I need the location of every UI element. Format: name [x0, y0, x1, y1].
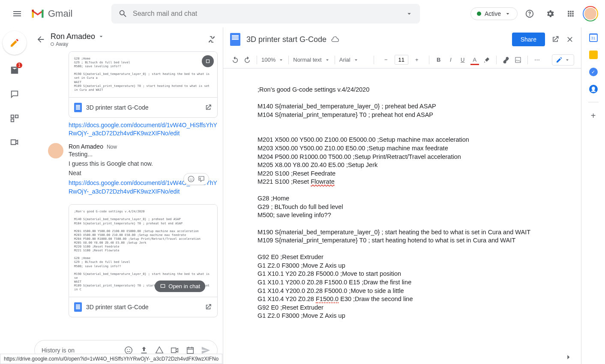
editing-mode-selector[interactable]	[552, 54, 574, 66]
doc-line[interactable]: ;Ron's good G-code settings v.4/24/2020	[258, 86, 581, 94]
search-icon	[118, 9, 128, 18]
doc-line[interactable]: G1 X10.4 Y20 Z0.28 F1500.0 E30 ;Draw the…	[258, 295, 581, 304]
collapse-button[interactable]	[207, 35, 216, 44]
italic-button[interactable]: I	[446, 55, 456, 65]
doc-line[interactable]: G1 X10.1 Y200.0 Z0.28 F1500.0 E15 ;Draw …	[258, 278, 581, 287]
settings-button[interactable]	[542, 5, 559, 22]
open-external-icon[interactable]	[204, 104, 212, 111]
compose-button[interactable]	[3, 31, 27, 55]
zoom-selector[interactable]: 100%	[261, 57, 284, 63]
message-link[interactable]: https://docs.google.com/document/d/1vW4O…	[69, 121, 218, 138]
message-actions[interactable]	[183, 173, 209, 185]
text-color-button[interactable]: A	[470, 55, 480, 65]
doc-line[interactable]	[258, 94, 581, 103]
meet-tab[interactable]	[6, 134, 23, 151]
doc-line[interactable]: G1 X10.4 Y200.0 Z0.28 F5000.0 ;Move to s…	[258, 287, 581, 295]
tasks-addon[interactable]	[589, 68, 598, 76]
search-input[interactable]	[133, 10, 405, 18]
cloud-saved-icon[interactable]	[331, 35, 339, 44]
message-group: Ron Amadeo Now Testing... I guess this i…	[34, 143, 218, 201]
chat-tab[interactable]	[6, 86, 23, 103]
chat-messages-scroll[interactable]: G28 ;Home G29 ; BLTouch do full bed leve…	[29, 51, 223, 337]
doc-line[interactable]	[258, 119, 581, 128]
open-in-chat-button[interactable]: Open in chat	[155, 280, 205, 292]
message-text: I guess this is Google chat now.	[69, 160, 218, 167]
back-button[interactable]	[36, 35, 45, 44]
doc-line[interactable]: M109 S{material_print_temperature} T0 ; …	[258, 236, 581, 245]
dropdown-icon[interactable]	[405, 10, 413, 18]
highlight-button[interactable]	[482, 55, 492, 65]
gmail-logo[interactable]: Gmail	[31, 8, 108, 19]
underline-button[interactable]: U	[458, 55, 468, 65]
doc-line[interactable]	[258, 245, 581, 254]
keep-addon[interactable]	[589, 51, 598, 59]
doc-line[interactable]: G29 ; BLTouch do full bed level	[258, 203, 581, 212]
rooms-tab[interactable]	[6, 110, 23, 127]
search-bar[interactable]	[111, 4, 420, 24]
bold-button[interactable]: B	[434, 55, 444, 65]
expand-preview-button[interactable]	[202, 55, 214, 67]
document-content[interactable]: ;Ron's good G-code settings v.4/24/2020 …	[223, 69, 581, 364]
sender-avatar[interactable]	[48, 143, 63, 158]
image-button[interactable]	[513, 55, 523, 65]
font-size-input[interactable]	[395, 55, 408, 65]
doc-line[interactable]: M500; save leveling info??	[258, 211, 581, 220]
apps-button[interactable]	[562, 5, 579, 22]
doc-line[interactable]: G1 Z2.0 F3000 ;Move Z Axis up	[258, 312, 581, 320]
doc-attachment-card[interactable]: ;Ron's good G-code settings v.4/24/2020 …	[69, 204, 218, 317]
doc-line[interactable]: M203 X500.00 Y500.00 Z10.00 E50.00 ;Setu…	[258, 144, 581, 153]
redo-button[interactable]	[242, 55, 252, 65]
doc-line[interactable]: G92 E0 ;Reset Extruder	[258, 304, 581, 312]
help-button[interactable]	[521, 5, 538, 22]
docs-file-icon	[74, 302, 82, 312]
doc-attachment-card[interactable]: G28 ;Home G29 ; BLTouch do full bed leve…	[69, 51, 218, 118]
doc-title[interactable]: 3D printer start G-Code	[246, 35, 326, 44]
doc-line[interactable]: G92 E0 ;Reset Extruder	[258, 253, 581, 262]
doc-line[interactable]: M190 S{material_bed_temperature_layer_0}…	[258, 228, 581, 237]
more-toolbar-button[interactable]: ⋯	[532, 55, 542, 65]
away-status-icon	[51, 42, 54, 46]
explore-button[interactable]	[564, 353, 572, 361]
chevron-down-icon	[564, 57, 570, 63]
help-icon	[525, 9, 534, 18]
emoji-icon[interactable]	[187, 175, 195, 183]
doc-line[interactable]: M201 X500.00 Y500.00 Z100.00 E5000.00 ;S…	[258, 136, 581, 144]
decrease-font-button[interactable]: −	[381, 55, 391, 65]
mail-tab[interactable]: 1	[6, 62, 23, 79]
doc-line[interactable]: M205 X8.00 Y8.00 Z0.40 E5.00 ;Setup Jerk	[258, 161, 581, 170]
doc-line[interactable]: M140 S{material_bed_temperature_layer_0}…	[258, 102, 581, 111]
doc-line[interactable]: G1 X10.1 Y20 Z0.28 F5000.0 ;Move to star…	[258, 270, 581, 278]
account-avatar[interactable]	[583, 6, 598, 21]
style-selector[interactable]: Normal text	[293, 57, 330, 63]
calendar-addon[interactable]	[589, 33, 598, 42]
undo-button[interactable]	[230, 55, 240, 65]
doc-line[interactable]: M104 S{material_print_temperature} T0 ; …	[258, 111, 581, 119]
doc-line[interactable]: M221 S100 ;Reset Flowrate	[258, 178, 581, 186]
doc-line[interactable]: G28 ;Home	[258, 194, 581, 203]
link-button[interactable]	[501, 55, 511, 65]
doc-line[interactable]: M220 S100 ;Reset Feedrate	[258, 170, 581, 178]
get-addons-button[interactable]: +	[591, 111, 596, 121]
doc-line[interactable]	[258, 128, 581, 136]
reply-icon[interactable]	[198, 175, 205, 183]
pencil-icon	[9, 38, 20, 48]
increase-font-button[interactable]: +	[412, 55, 422, 65]
undo-icon	[231, 56, 239, 64]
doc-preview: G28 ;Home G29 ; BLTouch do full bed leve…	[69, 52, 217, 97]
open-new-tab-button[interactable]	[551, 35, 560, 44]
doc-line[interactable]: M204 P500.00 R1000.00 T500.00 ;Setup Pri…	[258, 153, 581, 161]
doc-line[interactable]	[258, 220, 581, 228]
open-external-icon[interactable]	[204, 303, 212, 311]
doc-line[interactable]	[258, 186, 581, 195]
font-selector[interactable]: Arial	[339, 57, 369, 63]
contacts-addon[interactable]	[589, 85, 598, 93]
chat-panel: Ron Amadeo Away G28 ;Home G29 ; BLTouch …	[29, 27, 223, 364]
document-panel: 3D printer start G-Code Share 100% Norma…	[223, 27, 581, 364]
doc-line[interactable]: G1 Z2.0 F3000 ;Move Z Axis up	[258, 262, 581, 270]
close-button[interactable]	[566, 35, 574, 44]
docs-app-icon[interactable]	[230, 33, 240, 46]
chat-contact-name[interactable]: Ron Amadeo	[51, 32, 202, 41]
share-button[interactable]: Share	[512, 33, 545, 46]
presence-selector[interactable]: Active	[470, 7, 518, 20]
main-menu-button[interactable]	[7, 3, 27, 24]
